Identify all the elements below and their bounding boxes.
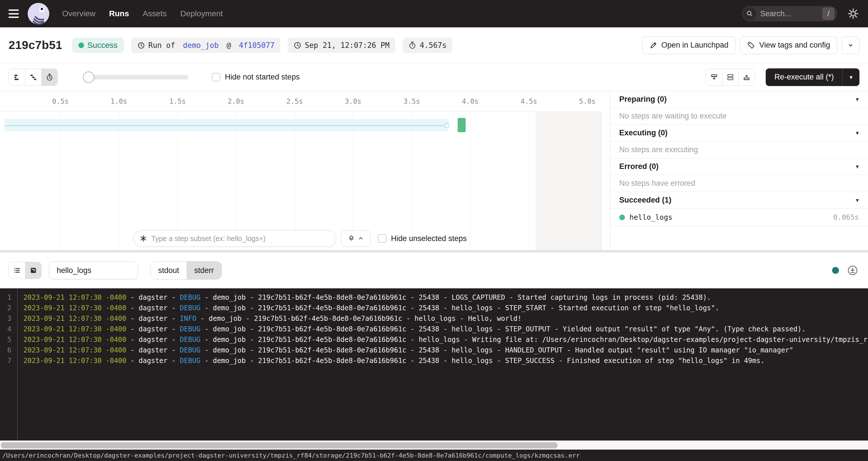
gridline <box>412 111 412 250</box>
gantt-bottom-controls: Hide unselected steps <box>133 230 467 247</box>
axis-tick: 3.0s <box>340 97 366 105</box>
gridline <box>470 111 470 250</box>
hide-not-started-checkbox[interactable] <box>212 73 220 82</box>
reexecute-dropdown-caret[interactable]: ▾ <box>842 68 860 86</box>
axis-tick: 2.0s <box>223 97 249 105</box>
layers-icon <box>348 235 355 242</box>
panel-section-preparing[interactable]: Preparing (0) ▾ <box>610 91 868 108</box>
pane-resize-handle[interactable] <box>0 250 868 252</box>
run-duration-pill: 4.567s <box>403 38 452 53</box>
pencil-icon <box>649 41 657 49</box>
view-mode-timing-button[interactable] <box>41 69 58 86</box>
collapse-caret-icon[interactable]: ▾ <box>856 129 859 137</box>
log-line: 7 2023-09-21 12:07:30 -0400 - dagster - … <box>0 356 868 366</box>
nav-item-assets[interactable]: Assets <box>143 9 167 18</box>
gridline <box>178 111 178 250</box>
tag-icon <box>747 41 755 49</box>
clock-icon <box>293 41 302 49</box>
run-duration: 4.567s <box>420 41 446 50</box>
graph-query-toggle-button[interactable] <box>341 230 370 247</box>
panel-section-errored[interactable]: Errored (0) ▾ <box>610 158 868 175</box>
run-of-prefix: Run of <box>149 41 180 50</box>
settings-gear-icon[interactable] <box>847 7 860 20</box>
run-actions-dropdown-button[interactable] <box>842 36 860 54</box>
log-horizontal-scrollbar[interactable] <box>0 440 868 450</box>
nav-item-overview[interactable]: Overview <box>62 9 95 18</box>
chevron-up-icon <box>358 236 364 241</box>
step-subset-input[interactable] <box>151 235 317 243</box>
at-separator: @ <box>222 41 236 50</box>
nav-item-runs[interactable]: Runs <box>109 9 129 18</box>
log-step-filter-input[interactable] <box>57 266 128 275</box>
nav-item-deployment[interactable]: Deployment <box>180 9 223 18</box>
gridline <box>236 111 236 250</box>
collapse-caret-icon[interactable]: ▾ <box>856 163 859 171</box>
scroll-to-top-button[interactable] <box>738 69 754 86</box>
bar-arrow-down-icon <box>710 73 718 81</box>
stderr-tab[interactable]: stderr <box>187 262 221 279</box>
op-selector-icon <box>140 235 147 243</box>
waiting-dotted-line <box>4 125 448 126</box>
panel-section-succeeded[interactable]: Succeeded (1) ▾ <box>610 192 868 209</box>
structured-log-view-button[interactable] <box>9 262 25 279</box>
log-view-mode-group <box>8 262 41 279</box>
reexecute-all-button[interactable]: Re-execute all (*) <box>766 68 842 86</box>
slider-track[interactable] <box>84 75 188 80</box>
log-line: 6 2023-09-21 12:07:30 -0400 - dagster - … <box>0 345 868 356</box>
job-link[interactable]: demo_job <box>183 41 219 50</box>
history-icon <box>137 41 145 49</box>
slider-knob[interactable] <box>83 71 94 83</box>
hide-unselected-label: Hide unselected steps <box>391 234 467 243</box>
raw-log-view-button[interactable] <box>25 262 41 279</box>
download-log-icon[interactable] <box>847 265 858 276</box>
hamburger-menu-icon[interactable] <box>8 9 20 18</box>
panel-section-executing[interactable]: Executing (0) ▾ <box>610 125 868 141</box>
hide-unselected-control: Hide unselected steps <box>378 234 467 243</box>
axis-tick: 2.5s <box>282 97 308 105</box>
step-duration: 0.065s <box>833 213 859 221</box>
gantt-toolbar: Hide not started steps <box>0 63 868 91</box>
step-start-marker <box>444 123 450 128</box>
run-header: 219c7b51 Success Run of demo_job @ 4f105… <box>0 27 868 63</box>
view-mode-waterfall-button[interactable] <box>25 69 41 86</box>
dagster-logo[interactable] <box>27 3 50 25</box>
flat-view-icon <box>13 73 21 81</box>
global-search[interactable]: / <box>742 6 837 21</box>
run-status-badge: Success <box>72 38 124 53</box>
collapse-caret-icon[interactable]: ▾ <box>856 196 859 204</box>
log-filter-shortcut-group <box>706 69 755 86</box>
stacked-bars-icon <box>727 73 734 81</box>
open-in-launchpad-button[interactable]: Open in Launchpad <box>642 36 736 54</box>
view-mode-flat-button[interactable] <box>9 69 25 86</box>
commit-link[interactable]: 4f105077 <box>239 41 274 50</box>
axis-tick: 0.5s <box>48 97 73 105</box>
axis-tick: 1.5s <box>165 97 190 105</box>
gridline <box>353 111 353 250</box>
log-toolbar: stdout stderr <box>0 252 868 288</box>
primary-nav: Overview Runs Assets Deployment <box>62 9 223 18</box>
axis-tick: 5.0s <box>575 97 600 105</box>
scrollbar-thumb[interactable] <box>1 442 558 449</box>
collapse-caret-icon[interactable]: ▾ <box>856 96 859 103</box>
scroll-to-bottom-button[interactable] <box>706 69 722 86</box>
step-subset-field[interactable] <box>133 230 336 247</box>
after-run-shaded-region <box>536 111 602 250</box>
run-header-actions: Open in Launchpad View tags and config <box>642 36 860 54</box>
expand-all-button[interactable] <box>722 69 738 86</box>
dagster-run-page: Overview Runs Assets Deployment / 219c7b… <box>0 0 868 461</box>
view-tags-config-button[interactable]: View tags and config <box>740 36 837 54</box>
log-capture-status-icon <box>832 267 839 274</box>
step-waiting-band <box>4 119 448 131</box>
gantt-zoom-slider[interactable] <box>84 71 188 83</box>
stopwatch-icon <box>408 41 416 49</box>
gantt-step-bar-hello-logs[interactable] <box>458 118 466 132</box>
log-line: 1 2023-09-21 12:07:30 -0400 - dagster - … <box>0 292 868 303</box>
stdout-tab[interactable]: stdout <box>151 262 187 279</box>
hide-unselected-checkbox[interactable] <box>378 234 386 243</box>
log-step-filter[interactable] <box>49 262 138 279</box>
run-id-title: 219c7b51 <box>8 38 62 52</box>
search-input[interactable] <box>760 9 812 18</box>
step-row-hello-logs[interactable]: hello_logs 0.065s <box>610 209 868 226</box>
stopwatch-view-icon <box>45 73 54 81</box>
panel-empty-errored: No steps have errored <box>610 175 868 192</box>
